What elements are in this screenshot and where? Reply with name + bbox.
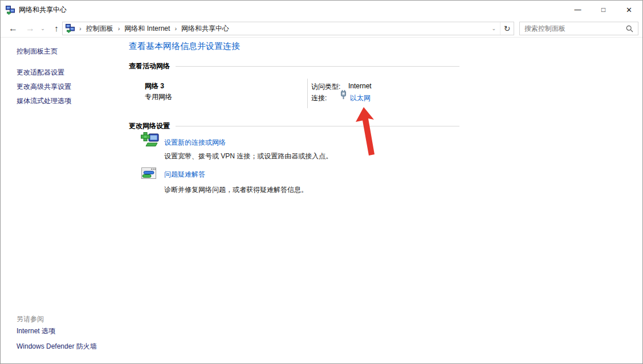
up-button[interactable]: ↑ — [50, 19, 63, 37]
refresh-icon[interactable]: ↻ — [500, 22, 514, 35]
ethernet-plug-icon — [340, 90, 347, 99]
navigation-bar: ← → ⌄ ↑ › 控制面板 › 网络和 Internet › 网络和共享中心 … — [1, 19, 642, 38]
network-profile: 专用网络 — [145, 92, 172, 102]
address-bar-right: ⌄ ↻ — [487, 22, 514, 35]
sidebar-item-control-panel-home[interactable]: 控制面板主页 — [17, 47, 58, 55]
address-bar[interactable]: › 控制面板 › 网络和 Internet › 网络和共享中心 ⌄ ↻ — [62, 22, 514, 35]
section-divider — [176, 126, 459, 126]
access-type-label: 访问类型: — [311, 82, 340, 92]
troubleshoot-problems-description: 诊断并修复网络问题，或者获得疑难解答信息。 — [164, 185, 308, 195]
address-dropdown-icon[interactable]: ⌄ — [487, 22, 500, 35]
network-icon — [6, 6, 15, 15]
setup-new-connection-link[interactable]: 设置新的连接或网络 — [164, 138, 226, 148]
setup-new-connection-description: 设置宽带、拨号或 VPN 连接；或设置路由器或接入点。 — [164, 152, 332, 161]
maximize-button[interactable]: □ — [591, 1, 616, 19]
section-change-network-settings: 更改网络设置 — [129, 121, 459, 130]
search-input[interactable]: 搜索控制面板 — [519, 22, 638, 35]
network-sharing-center-window: 网络和共享中心 — □ ✕ ← → ⌄ ↑ › 控制面板 › 网络和 Inter… — [0, 0, 643, 364]
section-title: 更改网络设置 — [129, 121, 170, 131]
see-also-header: 另请参阅 — [17, 314, 44, 324]
sidebar-item-media-streaming[interactable]: 媒体流式处理选项 — [17, 97, 71, 105]
search-icon[interactable] — [626, 25, 633, 32]
window-controls: — □ ✕ — [565, 1, 642, 19]
sidebar-item-change-advanced-sharing[interactable]: 更改高级共享设置 — [17, 83, 71, 91]
breadcrumb-network-internet[interactable]: 网络和 Internet — [124, 24, 170, 34]
breadcrumb-network-sharing-center[interactable]: 网络和共享中心 — [181, 24, 229, 34]
forward-button[interactable]: → — [23, 19, 37, 37]
sidebar-item-internet-options[interactable]: Internet 选项 — [17, 327, 55, 335]
section-view-active-networks: 查看活动网络 — [129, 62, 459, 71]
ethernet-link[interactable]: 以太网 — [350, 93, 371, 103]
breadcrumb-separator-icon: › — [113, 25, 125, 32]
connections-label: 连接: — [311, 93, 327, 103]
minimize-button[interactable]: — — [565, 1, 591, 19]
network-icon — [66, 24, 75, 33]
search-placeholder: 搜索控制面板 — [524, 24, 565, 34]
troubleshoot-icon[interactable] — [141, 167, 156, 180]
vertical-divider — [307, 79, 308, 108]
breadcrumb-separator-icon: › — [170, 25, 181, 32]
breadcrumb-separator-icon: › — [75, 25, 86, 32]
network-name: 网络 3 — [145, 81, 164, 91]
history-dropdown-icon[interactable]: ⌄ — [38, 19, 47, 37]
troubleshoot-problems-link[interactable]: 问题疑难解答 — [164, 170, 205, 179]
page-title: 查看基本网络信息并设置连接 — [129, 41, 240, 52]
access-type-value: Internet — [348, 82, 372, 90]
titlebar: 网络和共享中心 — □ ✕ — [1, 1, 642, 19]
section-title: 查看活动网络 — [129, 62, 170, 71]
window-title: 网络和共享中心 — [19, 5, 67, 15]
breadcrumb-control-panel[interactable]: 控制面板 — [86, 24, 113, 34]
new-connection-icon[interactable] — [141, 132, 160, 148]
sidebar-item-windows-defender-firewall[interactable]: Windows Defender 防火墙 — [17, 342, 97, 350]
close-button[interactable]: ✕ — [616, 1, 642, 19]
back-button[interactable]: ← — [5, 19, 21, 37]
section-divider — [176, 66, 459, 67]
sidebar-item-change-adapter-settings[interactable]: 更改适配器设置 — [17, 68, 64, 76]
